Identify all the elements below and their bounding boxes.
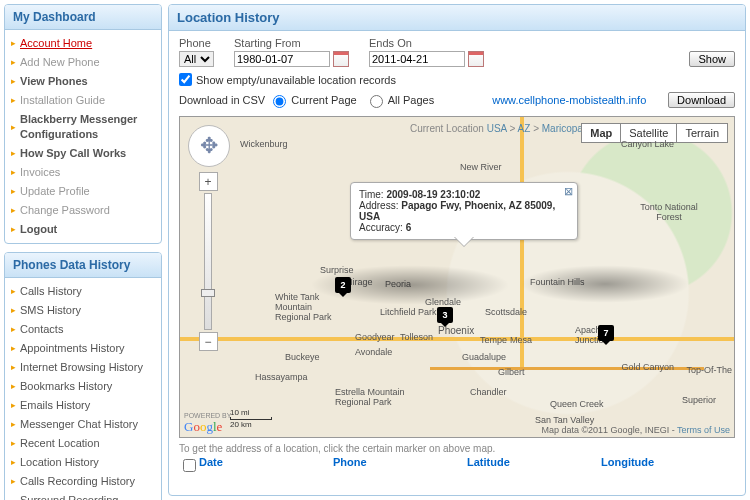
sidebar-item-label: Surround Recording History [20, 493, 155, 500]
arrow-icon: ▸ [11, 203, 16, 218]
promo-url: www.cellphone-mobistealth.info [492, 94, 646, 106]
phones-data-nav: ▸Calls History▸SMS History▸Contacts▸Appo… [5, 278, 161, 500]
sidebar-item-label: Internet Browsing History [20, 360, 143, 375]
sidebar-item-label: Emails History [20, 398, 90, 413]
select-all-checkbox[interactable] [183, 459, 196, 472]
sidebar-item[interactable]: ▸Change Password [11, 201, 155, 220]
sidebar-item[interactable]: ▸Invoices [11, 163, 155, 182]
sidebar-item-label: Invoices [20, 165, 60, 180]
map-info-window: ⊠ Time: 2009-08-19 23:10:02 Address: Pap… [350, 182, 578, 240]
calendar-icon[interactable] [333, 51, 349, 67]
maptype-terrain[interactable]: Terrain [677, 124, 727, 142]
zoom-in-button[interactable]: + [199, 172, 218, 191]
phones-data-title: Phones Data History [5, 253, 161, 278]
sidebar-item-label: Contacts [20, 322, 63, 337]
current-location-bar: Current Location USA > AZ > Maricopa [410, 123, 583, 134]
sidebar-item[interactable]: ▸Installation Guide [11, 91, 155, 110]
sidebar-item[interactable]: ▸Account Home [11, 34, 155, 53]
arrow-icon: ▸ [11, 165, 16, 180]
arrow-icon: ▸ [11, 184, 16, 199]
sidebar-item[interactable]: ▸Add New Phone [11, 53, 155, 72]
map-marker[interactable]: 7 [598, 325, 614, 341]
sidebar-item-label: Recent Location [20, 436, 100, 451]
sidebar-item[interactable]: ▸Calls Recording History [11, 472, 155, 491]
sidebar-item[interactable]: ▸Recent Location [11, 434, 155, 453]
download-button[interactable]: Download [668, 92, 735, 108]
map-marker[interactable]: 2 [335, 277, 351, 293]
arrow-icon: ▸ [11, 36, 16, 51]
sidebar-item-label: Appointments History [20, 341, 125, 356]
sidebar-item[interactable]: ▸Logout [11, 220, 155, 239]
sidebar-item[interactable]: ▸Emails History [11, 396, 155, 415]
google-logo: POWERED BY Google [184, 412, 231, 435]
sidebar-item-label: Calls Recording History [20, 474, 135, 489]
arrow-icon: ▸ [11, 55, 16, 70]
sidebar-item-label: Installation Guide [20, 93, 105, 108]
sidebar-item[interactable]: ▸Appointments History [11, 339, 155, 358]
to-label: Ends On [369, 37, 484, 49]
map-attribution: Map data ©2011 Google, INEGI - Terms of … [541, 425, 730, 435]
arrow-icon: ▸ [11, 360, 16, 375]
show-empty-checkbox[interactable] [179, 73, 192, 86]
my-dashboard-title: My Dashboard [5, 5, 161, 30]
zoom-slider[interactable] [204, 193, 212, 330]
download-label: Download in CSV [179, 94, 265, 106]
page-title: Location History [169, 5, 745, 31]
zoom-out-button[interactable]: − [199, 332, 218, 351]
my-dashboard-nav: ▸Account Home▸Add New Phone▸View Phones▸… [5, 30, 161, 243]
sidebar-item[interactable]: ▸Location History [11, 453, 155, 472]
zoom-thumb[interactable] [201, 289, 215, 297]
sidebar-item[interactable]: ▸How Spy Call Works [11, 144, 155, 163]
sidebar-item-label: View Phones [20, 74, 88, 89]
map-scale: 10 mi20 km [230, 408, 272, 429]
map[interactable]: + − Current Location USA > AZ > Maricopa… [179, 116, 735, 438]
to-input[interactable] [369, 51, 465, 67]
from-input[interactable] [234, 51, 330, 67]
sidebar-item-label: Account Home [20, 36, 92, 51]
show-empty-label: Show empty/unavailable location records [196, 74, 396, 86]
arrow-icon: ▸ [11, 322, 16, 337]
sidebar-item[interactable]: ▸View Phones [11, 72, 155, 91]
maptype-map[interactable]: Map [582, 124, 621, 142]
sidebar-item[interactable]: ▸Messenger Chat History [11, 415, 155, 434]
sidebar-item[interactable]: ▸Surround Recording History [11, 491, 155, 500]
arrow-icon: ▸ [11, 436, 16, 451]
show-button[interactable]: Show [689, 51, 735, 67]
calendar-icon[interactable] [468, 51, 484, 67]
close-icon[interactable]: ⊠ [564, 185, 573, 198]
sidebar-item[interactable]: ▸Calls History [11, 282, 155, 301]
from-label: Starting From [234, 37, 349, 49]
arrow-icon: ▸ [11, 455, 16, 470]
table-header: Date Phone Latitude Longitude [169, 456, 745, 475]
dl-all-radio[interactable] [370, 95, 383, 108]
dl-current-radio[interactable] [273, 95, 286, 108]
sidebar-item[interactable]: ▸Internet Browsing History [11, 358, 155, 377]
arrow-icon: ▸ [11, 284, 16, 299]
sidebar-item-label: SMS History [20, 303, 81, 318]
arrow-icon: ▸ [11, 398, 16, 413]
arrow-icon: ▸ [11, 341, 16, 356]
my-dashboard-panel: My Dashboard ▸Account Home▸Add New Phone… [4, 4, 162, 244]
sidebar-item[interactable]: ▸Update Profile [11, 182, 155, 201]
sidebar-item[interactable]: ▸Blackberry Messenger Configurations [11, 110, 155, 144]
arrow-icon: ▸ [11, 474, 16, 489]
arrow-icon: ▸ [11, 303, 16, 318]
phone-label: Phone [179, 37, 214, 49]
sidebar-item[interactable]: ▸SMS History [11, 301, 155, 320]
map-hint: To get the address of a location, click … [169, 438, 745, 456]
arrow-icon: ▸ [11, 417, 16, 432]
sidebar-item-label: Messenger Chat History [20, 417, 138, 432]
pan-control[interactable] [188, 125, 230, 167]
sidebar-item-label: Calls History [20, 284, 82, 299]
arrow-icon: ▸ [11, 146, 16, 161]
phones-data-panel: Phones Data History ▸Calls History▸SMS H… [4, 252, 162, 500]
arrow-icon: ▸ [11, 379, 16, 394]
map-marker[interactable]: 3 [437, 307, 453, 323]
sidebar-item[interactable]: ▸Bookmarks History [11, 377, 155, 396]
arrow-icon: ▸ [11, 222, 16, 237]
sidebar-item-label: Blackberry Messenger Configurations [20, 112, 155, 142]
sidebar-item-label: Update Profile [20, 184, 90, 199]
sidebar-item[interactable]: ▸Contacts [11, 320, 155, 339]
phone-select[interactable]: All [179, 51, 214, 67]
sidebar-item-label: Add New Phone [20, 55, 100, 70]
